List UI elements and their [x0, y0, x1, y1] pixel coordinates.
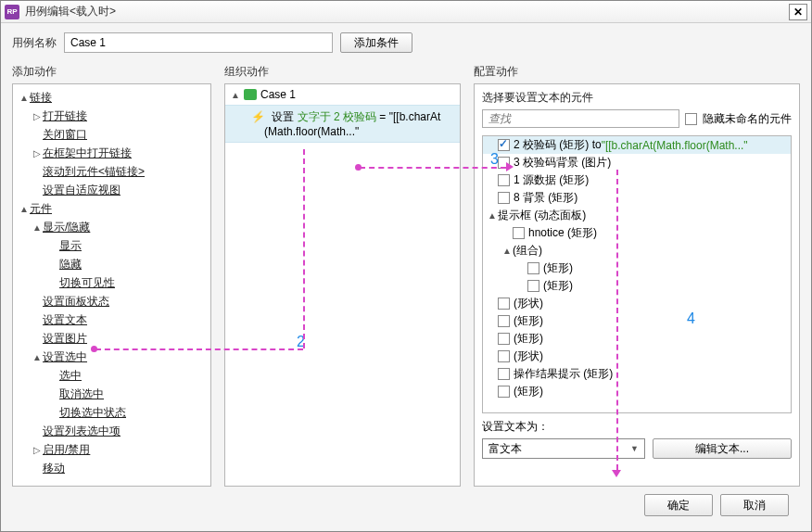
widget-checkbox[interactable] [498, 350, 510, 362]
text-type-value: 富文本 [488, 441, 522, 457]
tree-hide[interactable]: 隐藏 [15, 255, 209, 273]
tree-show[interactable]: 显示 [15, 236, 209, 255]
widget-tree-item[interactable]: (矩形) [483, 383, 791, 400]
widget-checkbox[interactable] [498, 368, 510, 380]
widget-item-label: (矩形) [543, 260, 573, 276]
tree-close-window[interactable]: 关闭窗口 [15, 125, 209, 144]
widget-tree-item[interactable]: (矩形) [483, 330, 791, 348]
tree-enable-disable[interactable]: ▷启用/禁用 [15, 440, 209, 459]
tree-deselect[interactable]: 取消选中 [15, 385, 209, 403]
widget-checkbox[interactable] [498, 174, 510, 186]
widget-tree-item[interactable]: 3 校验码背景 (图片) [483, 154, 791, 171]
configure-panel: 选择要设置文本的元件 隐藏未命名的元件 2 校验码 (矩形) to "[[b.c… [474, 83, 800, 487]
cancel-button[interactable]: 取消 [720, 494, 789, 516]
widget-tree-item[interactable]: hnotice (矩形) [483, 224, 791, 242]
widget-checkbox[interactable] [513, 227, 525, 239]
tree-set-image[interactable]: 设置图片 [15, 329, 209, 348]
tree-open-in-frame[interactable]: ▷在框架中打开链接 [15, 144, 209, 162]
widget-search-input[interactable] [482, 109, 679, 128]
tree-widgets[interactable]: ▲元件 [15, 199, 209, 218]
widget-item-label: (矩形) [543, 278, 573, 294]
tree-set-selected[interactable]: ▲设置选中 [15, 348, 209, 366]
org-action-row[interactable]: ⚡ 设置 文字于 2 校验码 = "[[b.charAt (Math.floor… [225, 105, 460, 143]
widget-tree-item[interactable]: 1 源数据 (矩形) [483, 171, 791, 189]
widget-checkbox[interactable] [527, 262, 539, 274]
action-text-line2: (Math.floor(Math..." [251, 125, 359, 138]
tree-open-link[interactable]: ▷打开链接 [15, 107, 209, 125]
tree-toggle-vis[interactable]: 切换可见性 [15, 273, 209, 292]
action-text-mid: 文字于 2 校验码 [298, 110, 376, 123]
widget-checkbox[interactable] [498, 315, 510, 327]
widget-checkbox[interactable] [498, 386, 510, 398]
close-icon: ✕ [793, 6, 803, 19]
add-action-label: 添加动作 [12, 64, 211, 80]
case-editor-dialog: RP 用例编辑<载入时> ✕ 用例名称 添加条件 添加动作 ▲链接 ▷打开链接 … [0, 0, 812, 532]
tree-toggle-sel[interactable]: 切换选中状态 [15, 403, 209, 422]
annotation-num-2: 2 [297, 334, 305, 350]
text-type-select[interactable]: 富文本 ▼ [482, 438, 645, 459]
annotation-num-4: 4 [687, 310, 695, 327]
tree-scroll-to[interactable]: 滚动到元件<锚链接> [15, 162, 209, 181]
organize-panel: ▲ Case 1 ⚡ 设置 文字于 2 校验码 = "[[b.charAt (M… [224, 83, 461, 487]
hide-unnamed-checkbox[interactable] [685, 113, 697, 125]
widget-tree-item[interactable]: ▲提示框 (动态面板) [483, 207, 791, 224]
org-case-label: Case 1 [260, 88, 296, 101]
titlebar: RP 用例编辑<载入时> ✕ [1, 1, 811, 23]
tree-links[interactable]: ▲链接 [15, 88, 209, 107]
widget-tree-item[interactable]: 操作结果提示 (矩形) [483, 365, 791, 383]
add-condition-button[interactable]: 添加条件 [340, 32, 412, 53]
case-name-row: 用例名称 添加条件 [12, 32, 800, 53]
tree-set-text[interactable]: 设置文本 [15, 310, 209, 329]
widget-tree-item[interactable]: 8 背景 (矩形) [483, 189, 791, 207]
widget-tree-item[interactable]: (矩形) [483, 260, 791, 277]
org-case-row[interactable]: ▲ Case 1 [225, 84, 460, 105]
widget-item-label: 提示框 (动态面板) [498, 208, 586, 223]
widget-tree-item[interactable]: (形状) [483, 348, 791, 365]
close-button[interactable]: ✕ [789, 4, 807, 20]
tree-selected[interactable]: 选中 [15, 366, 209, 385]
bolt-icon: ⚡ [251, 110, 265, 123]
widget-item-label: 操作结果提示 (矩形) [514, 366, 613, 382]
widget-checkbox[interactable] [498, 333, 510, 345]
widget-item-label: (形状) [514, 296, 543, 311]
annotation-num-3: 3 [490, 151, 499, 168]
widget-checkbox[interactable] [498, 139, 510, 151]
action-text-eq: = "[[b.charAt [376, 110, 440, 123]
tree-set-list-sel[interactable]: 设置列表选中项 [15, 422, 209, 440]
widget-item-label: 8 背景 (矩形) [514, 190, 577, 206]
app-icon: RP [5, 5, 19, 19]
widget-tree-item[interactable]: (矩形) [483, 277, 791, 295]
widget-tree-item[interactable]: ▲(组合) [483, 242, 791, 260]
widget-item-label: (形状) [514, 348, 543, 364]
widget-item-label: (矩形) [514, 313, 543, 329]
dialog-title: 用例编辑<载入时> [25, 4, 789, 19]
set-text-as-label: 设置文本为： [482, 419, 792, 435]
widget-item-label: 3 校验码背景 (图片) [514, 155, 611, 171]
widget-checkbox[interactable] [498, 192, 510, 204]
caret-down-icon: ▼ [630, 444, 639, 453]
add-action-panel: ▲链接 ▷打开链接 关闭窗口 ▷在框架中打开链接 滚动到元件<锚链接> 设置自适… [12, 83, 211, 487]
case-name-label: 用例名称 [12, 35, 57, 51]
tree-panel-state[interactable]: 设置面板状态 [15, 292, 209, 310]
widget-checkbox[interactable] [498, 298, 510, 310]
select-widget-header: 选择要设置文本的元件 [482, 90, 792, 106]
case-name-input[interactable] [64, 32, 333, 53]
ok-button[interactable]: 确定 [644, 494, 713, 516]
tree-move[interactable]: 移动 [15, 459, 209, 477]
widget-item-label: (矩形) [514, 331, 543, 347]
tree-set-adaptive[interactable]: 设置自适应视图 [15, 181, 209, 199]
widget-item-label: 1 源数据 (矩形) [514, 172, 589, 188]
edit-text-button[interactable]: 编辑文本... [653, 438, 792, 459]
widget-tree-item[interactable]: (形状) [483, 295, 791, 312]
widget-tree: 2 校验码 (矩形) to "[[b.charAt(Math.floor(Mat… [482, 135, 792, 413]
widget-checkbox[interactable] [527, 280, 539, 292]
widget-tree-item[interactable]: 2 校验码 (矩形) to "[[b.charAt(Math.floor(Mat… [483, 136, 791, 154]
tree-show-hide[interactable]: ▲显示/隐藏 [15, 218, 209, 236]
widget-item-label: hnotice (矩形) [528, 225, 597, 241]
widget-item-label: (矩形) [514, 384, 543, 399]
case-icon [244, 89, 257, 100]
widget-item-label: 2 校验码 (矩形) to [514, 137, 602, 153]
widget-item-label: (组合) [513, 243, 542, 259]
configure-action-label: 配置动作 [474, 64, 800, 80]
widget-tree-item[interactable]: (矩形) [483, 312, 791, 330]
